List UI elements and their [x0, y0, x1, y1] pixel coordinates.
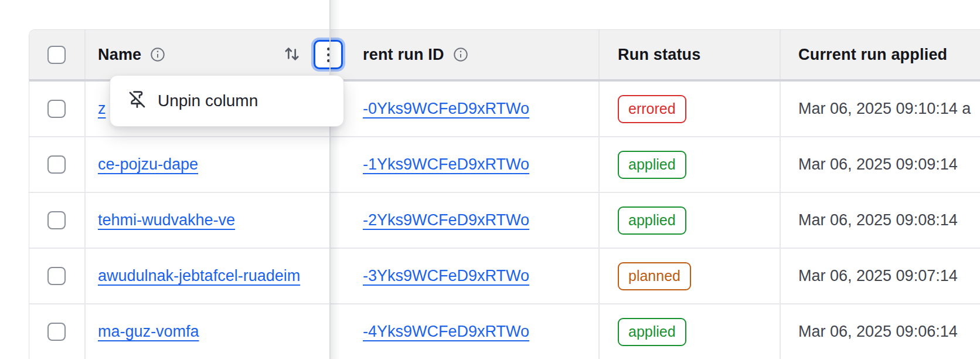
- cell-run-status: planned: [600, 249, 781, 303]
- arrows-up-down-icon: [282, 44, 302, 66]
- pin-off-icon: [128, 90, 147, 111]
- header-cell-current-run-id: rent run ID: [359, 30, 600, 79]
- run-applied-timestamp: Mar 06, 2025 09:09:14: [798, 155, 958, 174]
- row-checkbox[interactable]: [47, 267, 66, 285]
- cell-select: [29, 82, 86, 136]
- run-applied-timestamp: Mar 06, 2025 09:08:14: [798, 211, 958, 229]
- cell-current-run-id: -3Yks9WCFeD9xRTWo: [359, 249, 600, 303]
- select-all-checkbox[interactable]: [47, 46, 66, 64]
- run-status-badge: errored: [618, 95, 686, 123]
- cell-current-run-applied: Mar 06, 2025 09:06:14: [781, 304, 980, 359]
- cell-run-status: applied: [600, 304, 781, 359]
- cell-current-run-applied: Mar 06, 2025 09:08:14: [781, 193, 980, 248]
- row-checkbox[interactable]: [47, 211, 66, 229]
- header-cell-run-status: Run status: [600, 30, 781, 79]
- run-id-link[interactable]: -1Yks9WCFeD9xRTWo: [363, 155, 529, 174]
- workspace-name-link[interactable]: ma-guz-vomfa: [98, 323, 199, 341]
- table-row: ma-guz-vomfa -4Yks9WCFeD9xRTWo applied M…: [29, 304, 980, 359]
- cell-select: [29, 137, 86, 192]
- cell-current-run-id: -4Yks9WCFeD9xRTWo: [359, 304, 600, 359]
- current-run-applied-column-label: Current run applied: [798, 46, 947, 64]
- menu-item-unpin-column[interactable]: Unpin column: [110, 76, 343, 126]
- workspace-name-link[interactable]: ce-pojzu-dape: [98, 155, 198, 174]
- menu-item-label: Unpin column: [158, 92, 258, 110]
- run-applied-timestamp: Mar 06, 2025 09:07:14: [798, 267, 958, 285]
- cell-select: [29, 249, 86, 303]
- cell-name: ce-pojzu-dape: [86, 137, 359, 192]
- cell-run-status: applied: [600, 193, 781, 248]
- cell-run-status: errored: [600, 82, 781, 136]
- row-checkbox[interactable]: [47, 323, 66, 341]
- info-icon[interactable]: [452, 46, 469, 63]
- row-checkbox[interactable]: [47, 155, 66, 174]
- cell-select: [29, 304, 86, 359]
- header-cell-name: Name: [86, 30, 359, 79]
- cell-current-run-id: -0Yks9WCFeD9xRTWo: [359, 82, 600, 136]
- run-applied-timestamp: Mar 06, 2025 09:10:14 a: [798, 100, 971, 118]
- run-id-link[interactable]: -3Yks9WCFeD9xRTWo: [363, 267, 529, 285]
- sort-column-button[interactable]: [282, 44, 302, 66]
- name-column-label: Name: [98, 46, 141, 64]
- run-status-badge: applied: [618, 206, 686, 235]
- run-id-link[interactable]: -4Yks9WCFeD9xRTWo: [363, 323, 529, 341]
- cell-run-status: applied: [600, 137, 781, 192]
- run-id-link[interactable]: -2Yks9WCFeD9xRTWo: [363, 211, 529, 229]
- column-options-button[interactable]: [314, 40, 343, 69]
- cell-current-run-applied: Mar 06, 2025 09:07:14: [781, 249, 980, 303]
- header-cell-select: [29, 30, 86, 79]
- run-status-badge: applied: [618, 151, 686, 179]
- table-header-row: Name: [29, 30, 980, 82]
- cell-current-run-applied: Mar 06, 2025 09:10:14 a: [781, 82, 980, 136]
- run-status-badge: applied: [618, 318, 686, 346]
- workspace-name-link[interactable]: z: [98, 100, 106, 118]
- kebab-vertical-icon: [327, 48, 330, 62]
- current-run-id-column-label: rent run ID: [363, 46, 444, 64]
- row-checkbox[interactable]: [47, 100, 66, 118]
- workspace-name-link[interactable]: awudulnak-jebtafcel-ruadeim: [98, 267, 300, 285]
- cell-current-run-id: -1Yks9WCFeD9xRTWo: [359, 137, 600, 192]
- workspace-name-link[interactable]: tehmi-wudvakhe-ve: [98, 211, 235, 229]
- cell-name: awudulnak-jebtafcel-ruadeim: [86, 249, 359, 303]
- run-status-badge: planned: [618, 262, 691, 290]
- cell-current-run-applied: Mar 06, 2025 09:09:14: [781, 137, 980, 192]
- name-column-tools: [282, 40, 359, 69]
- info-icon[interactable]: [149, 46, 166, 63]
- run-applied-timestamp: Mar 06, 2025 09:06:14: [798, 323, 958, 341]
- cell-name: tehmi-wudvakhe-ve: [86, 193, 359, 248]
- run-status-column-label: Run status: [618, 46, 701, 64]
- header-cell-current-run-applied: Current run applied: [781, 30, 980, 79]
- column-options-menu: Unpin column: [110, 75, 344, 127]
- cell-name: ma-guz-vomfa: [86, 304, 359, 359]
- table-row: ce-pojzu-dape -1Yks9WCFeD9xRTWo applied …: [29, 137, 980, 193]
- cell-current-run-id: -2Yks9WCFeD9xRTWo: [359, 193, 600, 248]
- table-row: tehmi-wudvakhe-ve -2Yks9WCFeD9xRTWo appl…: [29, 193, 980, 249]
- cell-select: [29, 193, 86, 248]
- workspaces-table-view: Name: [0, 0, 980, 359]
- run-id-link[interactable]: -0Yks9WCFeD9xRTWo: [363, 100, 529, 118]
- table-row: awudulnak-jebtafcel-ruadeim -3Yks9WCFeD9…: [29, 249, 980, 304]
